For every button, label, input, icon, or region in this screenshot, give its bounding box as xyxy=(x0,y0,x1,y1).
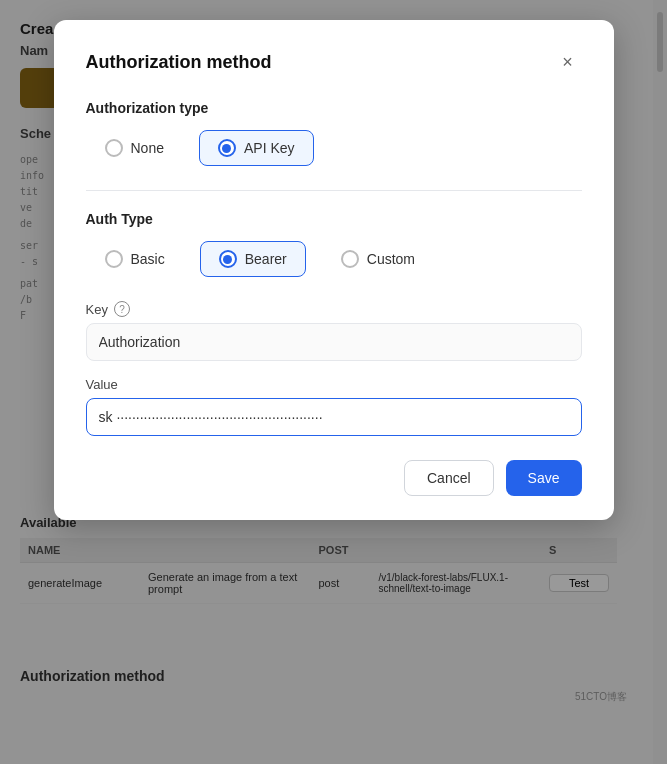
modal-header: Authorization method × xyxy=(86,48,582,76)
radio-label-custom: Custom xyxy=(367,251,415,267)
modal-footer: Cancel Save xyxy=(86,460,582,496)
auth-type-label: Auth Type xyxy=(86,211,582,227)
modal-close-button[interactable]: × xyxy=(554,48,582,76)
key-field-label: Key ? xyxy=(86,301,582,317)
bearer-radio-group: Basic Bearer Custom xyxy=(86,241,582,277)
radio-label-none: None xyxy=(131,140,164,156)
radio-label-bearer: Bearer xyxy=(245,251,287,267)
radio-label-basic: Basic xyxy=(131,251,165,267)
value-input[interactable] xyxy=(86,398,582,436)
radio-label-api-key: API Key xyxy=(244,140,295,156)
auth-type-radio-group: None API Key xyxy=(86,130,582,166)
key-input[interactable] xyxy=(86,323,582,361)
radio-custom[interactable]: Custom xyxy=(322,241,434,277)
modal-title: Authorization method xyxy=(86,52,272,73)
radio-circle-none xyxy=(105,139,123,157)
radio-circle-custom xyxy=(341,250,359,268)
radio-circle-api-key xyxy=(218,139,236,157)
key-help-icon[interactable]: ? xyxy=(114,301,130,317)
modal-overlay: Authorization method × Authorization typ… xyxy=(0,0,667,764)
radio-circle-basic xyxy=(105,250,123,268)
value-field-label: Value xyxy=(86,377,582,392)
radio-none[interactable]: None xyxy=(86,130,183,166)
radio-api-key[interactable]: API Key xyxy=(199,130,314,166)
cancel-button[interactable]: Cancel xyxy=(404,460,494,496)
radio-basic[interactable]: Basic xyxy=(86,241,184,277)
authorization-modal: Authorization method × Authorization typ… xyxy=(54,20,614,520)
auth-type-section-label: Authorization type xyxy=(86,100,582,116)
radio-bearer[interactable]: Bearer xyxy=(200,241,306,277)
save-button[interactable]: Save xyxy=(506,460,582,496)
divider-1 xyxy=(86,190,582,191)
radio-circle-bearer xyxy=(219,250,237,268)
